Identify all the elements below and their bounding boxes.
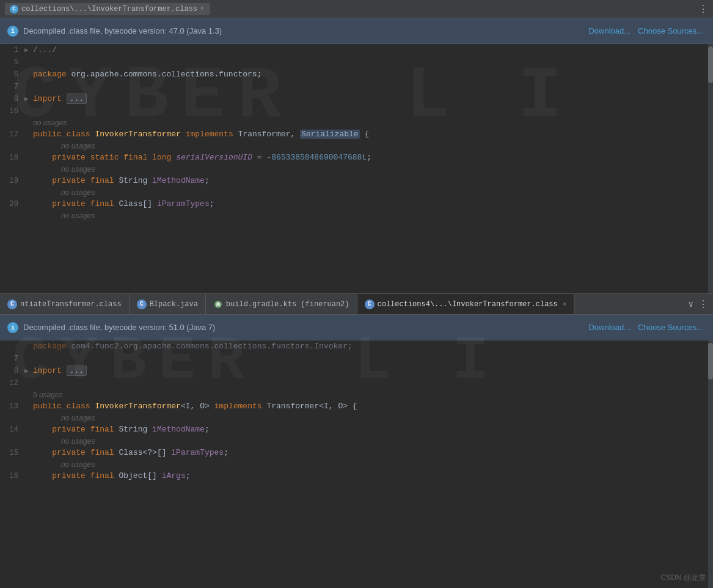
code-line: 8 ▶ import ...	[0, 93, 713, 105]
tab-build-label: build.gradle.kts (fineruan2)	[226, 300, 349, 309]
tab-c-icon: C	[137, 300, 147, 309]
line-number: 18	[0, 152, 24, 164]
hint-line: no usages	[0, 459, 713, 470]
line-content: private static final long serialVersionU…	[33, 152, 713, 164]
hint-line: 5 usages	[0, 389, 713, 400]
lower-scrollbar[interactable]	[708, 340, 713, 588]
code-line: 14 private final String iMethodName;	[0, 424, 713, 436]
upper-code-area: 1 ▶ /.../ 5 6 package org.apache.commons…	[0, 44, 713, 221]
lower-info-banner: i Decompiled .class file, bytecode versi…	[0, 315, 713, 340]
lower-code-area: package com4.func2.org.apache.commons.co…	[0, 340, 713, 482]
upper-scroll-thumb[interactable]	[708, 46, 713, 83]
line-number: 5	[0, 56, 24, 68]
line-content: private final Class[] iParamTypes;	[33, 198, 713, 210]
code-line: 13 public class InvokerTransformer<I, O>…	[0, 400, 713, 413]
line-number: 8	[0, 93, 24, 105]
expand-icon[interactable]: ▶	[24, 93, 33, 105]
line-number: 13	[0, 400, 24, 413]
tab-blpack-label: BIpack.java	[150, 300, 198, 309]
code-line: package com4.func2.org.apache.commons.co…	[0, 340, 713, 353]
expand-icon[interactable]: ▶	[24, 44, 33, 56]
tab-ntiate-label: ntiateTransformer.class	[20, 300, 122, 309]
expand-icon[interactable]: ▶	[24, 365, 33, 377]
line-number: 7	[0, 353, 24, 365]
line-number: 14	[0, 424, 24, 436]
code-line: 16	[0, 105, 713, 117]
code-line: 20 private final Class[] iParamTypes;	[0, 198, 713, 210]
line-number: 8	[0, 365, 24, 377]
tab-c-icon: C	[7, 300, 17, 309]
hint-line: no usages	[0, 210, 713, 221]
line-content: public class InvokerTransformer<I, O> im…	[33, 400, 713, 413]
code-line: 7	[0, 353, 713, 365]
line-content: private final String iMethodName;	[33, 424, 713, 436]
tab-ntiate-transformer[interactable]: C ntiateTransformer.class	[0, 293, 130, 315]
tab-chevron-down[interactable]: ∨	[689, 299, 693, 309]
title-tab[interactable]: C collections\...\InvokerTransformer.cla…	[5, 3, 210, 15]
title-bar-left: C collections\...\InvokerTransformer.cla…	[5, 3, 698, 15]
main-layout: C collections\...\InvokerTransformer.cla…	[0, 0, 713, 588]
line-number: 6	[0, 68, 24, 81]
tab-collections4-label: collections4\...\InvokerTransformer.clas…	[378, 300, 558, 309]
hint-line: no usages	[0, 436, 713, 447]
upper-info-icon: i	[7, 26, 18, 37]
code-line: 5	[0, 56, 713, 68]
line-number: 20	[0, 198, 24, 210]
tab-dots-icon[interactable]: ⋮	[698, 298, 708, 311]
lower-info-text: Decompiled .class file, bytecode version…	[23, 323, 581, 332]
lower-choose-sources-button[interactable]: Choose Sources...	[635, 322, 706, 333]
tab-build-icon	[213, 300, 223, 309]
line-number: 19	[0, 175, 24, 187]
lower-download-button[interactable]: Download...	[586, 322, 633, 333]
hint-line: no usages	[0, 413, 713, 424]
tab-blpack[interactable]: C BIpack.java	[130, 293, 206, 315]
upper-info-actions: Download... Choose Sources...	[586, 25, 706, 37]
line-number: 1	[0, 44, 24, 56]
title-dots-button[interactable]: ⋮	[698, 3, 708, 15]
tab-c-icon: C	[365, 300, 375, 309]
upper-choose-sources-button[interactable]: Choose Sources...	[635, 25, 706, 37]
line-number: 17	[0, 128, 24, 141]
upper-code-pane: i Decompiled .class file, bytecode versi…	[0, 18, 713, 293]
code-line: 8 ▶ import ...	[0, 365, 713, 377]
code-line: 7	[0, 81, 713, 93]
code-line: 1 ▶ /.../	[0, 44, 713, 56]
tab-bar: C ntiateTransformer.class C BIpack.java …	[0, 293, 713, 315]
tab-close-icon[interactable]: ×	[563, 301, 567, 308]
code-line: 15 private final Class<?>[] iParamTypes;	[0, 447, 713, 459]
line-content: import ...	[33, 93, 713, 105]
tab-controls: ∨ ⋮	[684, 298, 713, 311]
upper-scrollbar[interactable]	[708, 44, 713, 293]
hint-line: no usages	[0, 117, 713, 128]
hint-line: no usages	[0, 164, 713, 175]
code-line: 12	[0, 377, 713, 389]
line-number: 12	[0, 377, 24, 389]
title-tab-label: collections\...\InvokerTransformer.class	[21, 5, 197, 13]
upper-info-text: Decompiled .class file, bytecode version…	[23, 26, 581, 35]
title-close-icon[interactable]: ×	[200, 6, 204, 12]
line-content: import ...	[33, 365, 713, 377]
tab-collections4-invoker[interactable]: C collections4\...\InvokerTransformer.cl…	[357, 293, 575, 315]
code-line: 6 package org.apache.commons.collections…	[0, 68, 713, 81]
tab-build-gradle[interactable]: build.gradle.kts (fineruan2)	[206, 293, 357, 315]
lower-info-icon: i	[7, 322, 18, 333]
lower-code-pane: i Decompiled .class file, bytecode versi…	[0, 315, 713, 588]
line-content: private final Class<?>[] iParamTypes;	[33, 447, 713, 459]
hint-line: no usages	[0, 187, 713, 198]
hint-line: no usages	[0, 141, 713, 152]
code-line: 16 private final Object[] iArgs;	[0, 470, 713, 482]
lower-info-actions: Download... Choose Sources...	[586, 322, 706, 333]
line-content: /.../	[33, 44, 713, 56]
line-content: private final Object[] iArgs;	[33, 470, 713, 482]
code-line: 17 public class InvokerTransformer imple…	[0, 128, 713, 141]
lower-scroll-thumb[interactable]	[708, 343, 713, 380]
upper-download-button[interactable]: Download...	[586, 25, 633, 37]
line-content: package org.apache.commons.collections.f…	[33, 68, 713, 81]
line-number: 16	[0, 470, 24, 482]
title-bar: C collections\...\InvokerTransformer.cla…	[0, 0, 713, 18]
tab-c-icon: C	[10, 5, 18, 13]
line-content: package com4.func2.org.apache.commons.co…	[33, 340, 713, 353]
line-number: 15	[0, 447, 24, 459]
line-number: 7	[0, 81, 24, 93]
code-line: 19 private final String iMethodName;	[0, 175, 713, 187]
